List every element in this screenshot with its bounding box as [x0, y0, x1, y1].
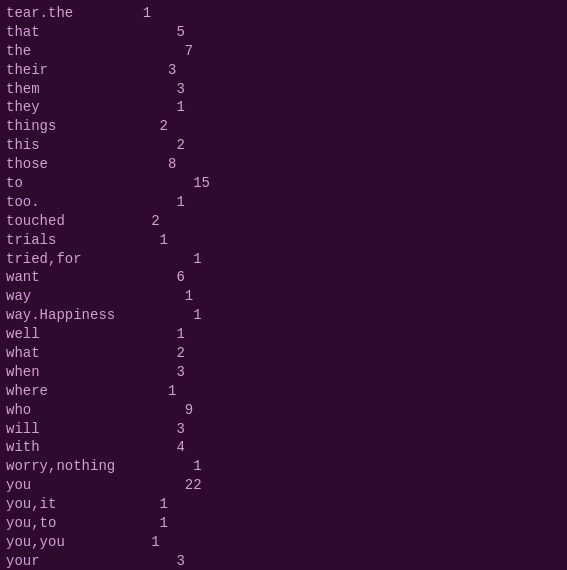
list-item: way.Happiness 1 [6, 306, 561, 325]
list-item: the 7 [6, 42, 561, 61]
list-item: you 22 [6, 476, 561, 495]
list-item: your 3 [6, 552, 561, 570]
word-label: your [6, 552, 126, 570]
word-count: 9 [126, 401, 193, 420]
word-label: when [6, 363, 126, 382]
word-count: 1 [126, 250, 202, 269]
list-item: those 8 [6, 155, 561, 174]
word-label: with [6, 438, 126, 457]
word-label: those [6, 155, 126, 174]
list-item: to 15 [6, 174, 561, 193]
word-label: worry,nothing [6, 457, 126, 476]
word-label: things [6, 117, 126, 136]
list-item: them 3 [6, 80, 561, 99]
list-item: when 3 [6, 363, 561, 382]
word-label: what [6, 344, 126, 363]
word-count: 15 [126, 174, 210, 193]
word-count: 7 [126, 42, 193, 61]
word-label: you,it [6, 495, 126, 514]
list-item: that 5 [6, 23, 561, 42]
word-label: who [6, 401, 126, 420]
word-count: 3 [126, 61, 176, 80]
word-label: tear.the [6, 4, 126, 23]
list-item: what 2 [6, 344, 561, 363]
word-label: to [6, 174, 126, 193]
word-label: too. [6, 193, 126, 212]
list-item: too. 1 [6, 193, 561, 212]
word-label: you,to [6, 514, 126, 533]
list-item: worry,nothing 1 [6, 457, 561, 476]
list-item: you,it 1 [6, 495, 561, 514]
list-item: well 1 [6, 325, 561, 344]
list-item: you,you 1 [6, 533, 561, 552]
word-count: 22 [126, 476, 202, 495]
list-item: want 6 [6, 268, 561, 287]
word-count: 3 [126, 363, 185, 382]
word-count: 1 [126, 495, 168, 514]
word-count: 2 [126, 136, 185, 155]
list-item: their 3 [6, 61, 561, 80]
word-label: well [6, 325, 126, 344]
word-count: 1 [126, 231, 168, 250]
word-label: they [6, 98, 126, 117]
word-count: 1 [126, 287, 193, 306]
word-count: 1 [126, 457, 202, 476]
word-label: you [6, 476, 126, 495]
list-item: way 1 [6, 287, 561, 306]
word-count: 2 [126, 117, 168, 136]
word-count: 1 [126, 98, 185, 117]
list-item: tried,for 1 [6, 250, 561, 269]
word-count: 8 [126, 155, 176, 174]
word-count: 3 [126, 552, 185, 570]
word-count: 1 [126, 514, 168, 533]
word-label: this [6, 136, 126, 155]
word-count: 1 [126, 382, 176, 401]
word-count: 2 [126, 212, 160, 231]
word-label: where [6, 382, 126, 401]
word-label: way.Happiness [6, 306, 126, 325]
list-item: touched 2 [6, 212, 561, 231]
word-count: 3 [126, 420, 185, 439]
word-label: that [6, 23, 126, 42]
word-label: want [6, 268, 126, 287]
word-count: 2 [126, 344, 185, 363]
word-count: 1 [126, 533, 160, 552]
word-count: 1 [126, 4, 151, 23]
word-label: touched [6, 212, 126, 231]
list-item: with 4 [6, 438, 561, 457]
list-item: trials 1 [6, 231, 561, 250]
list-item: where 1 [6, 382, 561, 401]
word-label: tried,for [6, 250, 126, 269]
word-label: will [6, 420, 126, 439]
word-label: their [6, 61, 126, 80]
word-count: 4 [126, 438, 185, 457]
word-label: them [6, 80, 126, 99]
list-item: tear.the 1 [6, 4, 561, 23]
word-count: 1 [126, 306, 202, 325]
list-item: they 1 [6, 98, 561, 117]
word-count: 1 [126, 193, 185, 212]
list-item: you,to 1 [6, 514, 561, 533]
word-count: 3 [126, 80, 185, 99]
word-label: trials [6, 231, 126, 250]
list-item: who 9 [6, 401, 561, 420]
word-count: 6 [126, 268, 185, 287]
list-item: things 2 [6, 117, 561, 136]
word-label: way [6, 287, 126, 306]
word-label: you,you [6, 533, 126, 552]
word-label: the [6, 42, 126, 61]
word-count: 5 [126, 23, 185, 42]
word-count-list: tear.the 1that 5the 7their 3them 3they 1… [0, 0, 567, 570]
list-item: will 3 [6, 420, 561, 439]
word-count: 1 [126, 325, 185, 344]
list-item: this 2 [6, 136, 561, 155]
